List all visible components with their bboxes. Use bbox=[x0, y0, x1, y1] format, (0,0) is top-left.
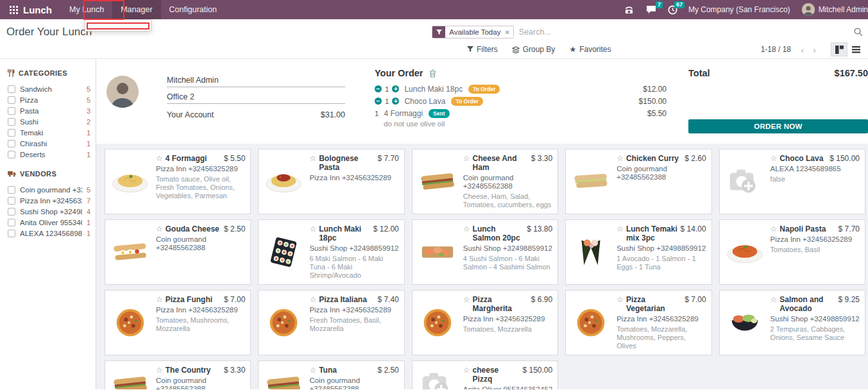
filter-list-item[interactable]: Coin gourmand +324... 5 bbox=[8, 184, 96, 195]
favorite-star-icon[interactable]: ☆ bbox=[309, 295, 316, 304]
increase-quantity-icon[interactable]: + bbox=[392, 98, 399, 105]
filter-list-item[interactable]: ALEXA 12345689865 1 bbox=[8, 228, 96, 239]
product-image bbox=[110, 154, 150, 209]
filter-checkbox[interactable] bbox=[8, 186, 15, 194]
product-price: $ 6.90 bbox=[531, 295, 552, 304]
product-card[interactable]: ☆ Lunch Maki 18pc $ 12.00 Sushi Shop +32… bbox=[258, 219, 404, 285]
filter-list-item[interactable]: Pasta 3 bbox=[8, 105, 96, 116]
apps-menu-icon[interactable] bbox=[5, 0, 22, 19]
filter-list-item[interactable]: Sushi 2 bbox=[8, 116, 96, 127]
product-card[interactable]: ☆ Gouda Cheese $ 2.50 Coin gourmand +324… bbox=[105, 219, 251, 285]
order-total-zone: Total $167.50 ORDER NOW bbox=[688, 68, 868, 133]
favorite-star-icon[interactable]: ☆ bbox=[617, 225, 624, 233]
filter-checkbox[interactable] bbox=[8, 96, 15, 104]
nav-item-manager[interactable]: Manager bbox=[112, 0, 160, 19]
product-card[interactable]: ☆ Lunch Temaki mix 3pc $ 14.00 Sushi Sho… bbox=[565, 219, 711, 285]
product-card[interactable]: ☆ Lunch Salmon 20pc $ 13.80 Sushi Shop +… bbox=[412, 219, 558, 285]
activities-icon[interactable]: 67 bbox=[667, 3, 679, 16]
kanban-view-button[interactable] bbox=[831, 42, 847, 56]
filter-facet-icon bbox=[432, 26, 445, 38]
search-icon[interactable] bbox=[851, 28, 865, 37]
product-vendor: Sushi Shop +32498859912 bbox=[463, 244, 552, 253]
status-badge: Sent bbox=[429, 109, 449, 118]
filter-checkbox[interactable] bbox=[8, 140, 15, 148]
product-card[interactable]: ☆ Pizza Italiana $ 7.40 Pizza Inn +32456… bbox=[258, 290, 404, 355]
search-bar[interactable]: Available Today ✕ bbox=[432, 26, 868, 38]
increase-quantity-icon[interactable]: + bbox=[392, 85, 399, 92]
phone-icon[interactable] bbox=[623, 3, 636, 16]
filter-checkbox[interactable] bbox=[8, 85, 15, 93]
product-card[interactable]: ☆ The Country $ 3.30 Coin gourmand +3248… bbox=[105, 360, 251, 389]
order-line-name: 4 Formaggi bbox=[384, 109, 423, 118]
filter-list-item[interactable]: Pizza 5 bbox=[8, 94, 96, 105]
favorite-star-icon[interactable]: ☆ bbox=[463, 154, 470, 163]
favorite-star-icon[interactable]: ☆ bbox=[156, 366, 163, 375]
product-card[interactable]: ☆ 4 Formaggi $ 5.50 Pizza Inn +324563252… bbox=[105, 149, 251, 214]
search-input[interactable] bbox=[514, 28, 851, 37]
filter-checkbox[interactable] bbox=[8, 118, 15, 126]
product-card[interactable]: ☆ Pizza Margherita $ 6.90 Pizza Inn +324… bbox=[412, 290, 558, 355]
favorite-star-icon[interactable]: ☆ bbox=[617, 295, 624, 304]
filter-checkbox[interactable] bbox=[8, 197, 15, 205]
group-by-button[interactable]: Group By bbox=[512, 45, 556, 54]
favorite-star-icon[interactable]: ☆ bbox=[617, 154, 624, 163]
product-card[interactable]: ☆ Tuna $ 2.50 Coin gourmand +32485562388… bbox=[258, 360, 404, 389]
favorite-star-icon[interactable]: ☆ bbox=[156, 154, 163, 163]
product-card[interactable]: ☆ Chicken Curry $ 2.60 Coin gourmand +32… bbox=[565, 149, 711, 214]
favorite-star-icon[interactable]: ☆ bbox=[770, 154, 778, 163]
pager-previous-icon[interactable]: ‹ bbox=[797, 45, 807, 55]
favorite-star-icon[interactable]: ☆ bbox=[770, 295, 778, 304]
product-card[interactable]: ☆ Pizza Vegetarian $ 7.00 Pizza Inn +324… bbox=[565, 290, 711, 355]
filter-list-item[interactable]: Sushi Shop +3249885... 4 bbox=[8, 206, 96, 217]
list-view-button[interactable] bbox=[847, 42, 864, 56]
favorites-button[interactable]: ★ Favorites bbox=[569, 45, 611, 54]
filter-list-item[interactable]: Deserts 1 bbox=[8, 149, 96, 160]
favorite-star-icon[interactable]: ☆ bbox=[309, 366, 316, 375]
product-card[interactable]: ☆ Pizza Funghi $ 7.00 Pizza Inn +3245632… bbox=[105, 290, 251, 355]
product-card[interactable]: ☆ Salmon and Avocado $ 9.25 Sushi Shop +… bbox=[719, 290, 865, 355]
favorite-star-icon[interactable]: ☆ bbox=[463, 295, 470, 304]
product-name: Lunch Maki 18pc bbox=[319, 225, 371, 242]
favorite-star-icon[interactable]: ☆ bbox=[309, 154, 316, 163]
favorite-star-icon[interactable]: ☆ bbox=[463, 225, 470, 233]
trash-icon[interactable] bbox=[429, 69, 436, 78]
filter-list-item[interactable]: Anita Oliver 95534635... 1 bbox=[8, 217, 96, 228]
filter-checkbox[interactable] bbox=[8, 129, 15, 137]
favorite-star-icon[interactable]: ☆ bbox=[156, 295, 163, 304]
favorite-star-icon[interactable]: ☆ bbox=[156, 225, 163, 233]
location-field[interactable] bbox=[167, 91, 345, 103]
order-now-button[interactable]: ORDER NOW bbox=[688, 119, 868, 133]
nav-item-my-lunch[interactable]: My Lunch bbox=[61, 0, 112, 19]
filter-checkbox[interactable] bbox=[8, 151, 15, 158]
filter-label: Coin gourmand +324... bbox=[20, 186, 82, 194]
facet-remove-icon[interactable]: ✕ bbox=[504, 26, 513, 38]
user-menu[interactable]: Mitchell Admin bbox=[802, 3, 868, 16]
product-card[interactable]: ☆ Bolognese Pasta $ 7.70 Pizza Inn +3245… bbox=[258, 149, 404, 214]
messages-icon[interactable]: 7 bbox=[645, 3, 658, 16]
decrease-quantity-icon[interactable]: − bbox=[375, 98, 382, 105]
product-card[interactable]: ☆ Choco Lava $ 150.00 ALEXA 12345689865 … bbox=[719, 149, 865, 214]
pager-next-icon[interactable]: › bbox=[810, 45, 819, 55]
product-card[interactable]: ☆ cheese Pizzq $ 150.00 Anita Oliver 955… bbox=[412, 360, 558, 389]
favorite-star-icon[interactable]: ☆ bbox=[463, 366, 470, 375]
decrease-quantity-icon[interactable]: − bbox=[375, 85, 382, 92]
filter-list-item[interactable]: Sandwich 5 bbox=[8, 83, 96, 94]
filter-list-item[interactable]: Temaki 1 bbox=[8, 127, 96, 138]
filter-checkbox[interactable] bbox=[8, 208, 15, 216]
product-card[interactable]: ☆ Cheese And Ham $ 3.30 Coin gourmand +3… bbox=[412, 149, 558, 214]
product-grid-area: ☆ 4 Formaggi $ 5.50 Pizza Inn +324563252… bbox=[96, 144, 868, 389]
filter-checkbox[interactable] bbox=[8, 219, 15, 226]
customer-field[interactable] bbox=[167, 74, 345, 87]
account-label: Your Account bbox=[167, 110, 214, 119]
filter-list-item[interactable]: Chirashi 1 bbox=[8, 138, 96, 149]
company-switcher[interactable]: My Company (San Francisco) bbox=[688, 5, 790, 14]
filters-button[interactable]: Filters bbox=[467, 45, 498, 54]
favorite-star-icon[interactable]: ☆ bbox=[309, 225, 316, 233]
filter-checkbox[interactable] bbox=[8, 107, 15, 115]
filter-list-item[interactable]: Pizza Inn +324563252... 7 bbox=[8, 195, 96, 206]
filter-count: 1 bbox=[87, 140, 96, 148]
product-card[interactable]: ☆ Napoli Pasta $ 7.70 Pizza Inn +3245632… bbox=[719, 219, 865, 285]
filter-checkbox[interactable] bbox=[8, 230, 15, 237]
favorite-star-icon[interactable]: ☆ bbox=[770, 225, 778, 233]
nav-item-configuration[interactable]: Configuration bbox=[161, 0, 225, 19]
